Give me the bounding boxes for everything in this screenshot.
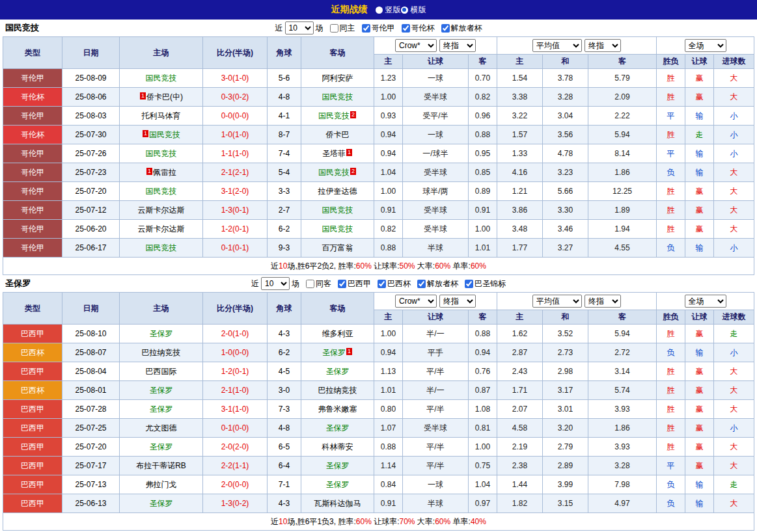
avg-odds-cell: 3.04 [543,107,588,126]
avg-source-select[interactable]: 平均值 [532,295,582,308]
away-team[interactable]: 拉伊奎达德 [301,182,374,201]
odds-time-select[interactable]: 终指 [439,39,476,52]
home-team[interactable]: 1佩雷拉 [120,163,203,182]
away-team[interactable]: 维多利亚 [301,325,374,343]
home-team[interactable]: 布拉干蒂诺RB [120,457,203,475]
home-team[interactable]: 圣保罗 [120,325,203,343]
checkbox-input[interactable] [378,280,386,288]
results-table: 类型日期主场比分(半场)角球客场Crow*终指平均值终指全场主让球客主和客胜负让… [3,36,754,275]
summary-row: 近10场,胜6平1负3, 胜率:60% 让球率:70% 大率:60% 单率:40… [3,513,754,531]
avg-time-select[interactable]: 终指 [585,295,621,308]
away-team[interactable]: 阿利安萨 [301,69,374,88]
match-row: 巴西甲25-08-04巴西国际1-2(0-1)4-5圣保罗1.13平/半0.76… [3,362,754,381]
avg-source-select[interactable]: 平均值 [532,39,582,52]
home-team[interactable]: 云斯卡尔达斯 [120,201,203,220]
checkbox-input[interactable] [402,24,410,33]
checkbox-input[interactable] [362,24,370,33]
filter-checkbox[interactable]: 同主 [330,23,355,34]
odds-time-select[interactable]: 终指 [439,295,476,308]
match-row: 巴西甲25-07-20圣保罗2-0(2-0)6-5科林蒂安0.88平/半1.00… [3,438,754,457]
away-team[interactable]: 圣保罗 [301,457,374,475]
filter-controls: 近10场同主哥伦甲哥伦杯解放者杯 [275,21,482,34]
checkbox-input[interactable] [465,280,473,288]
filter-checkbox[interactable]: 解放者杯 [441,23,482,34]
home-team[interactable]: 国民竞技 [120,182,203,201]
odds-source-select[interactable]: Crow* [395,295,437,308]
summary-text: 60% [471,261,486,271]
home-team[interactable]: 圣保罗 [120,400,203,419]
away-team[interactable]: 国民竞技 [301,88,374,107]
odds-cell: 一球 [403,69,469,88]
checkbox-input[interactable] [338,280,346,288]
away-team[interactable]: 圣保罗 [301,362,374,381]
corner-cell: 3-0 [268,381,301,400]
home-team[interactable]: 国民竞技 [120,144,203,163]
odds-source-select[interactable]: Crow* [395,39,437,52]
team-name-text: 国民竞技 [149,130,180,139]
away-team[interactable]: 弗鲁米嫩塞 [301,400,374,419]
scope-select[interactable]: 全场 [685,295,726,308]
home-team[interactable]: 1国民竞技 [120,126,203,144]
home-team[interactable]: 尤文图德 [120,419,203,438]
away-team[interactable]: 巴拉纳竞技 [301,381,374,400]
odds-cell: 半球 [403,494,469,513]
away-team[interactable]: 圣塔菲1 [301,144,374,163]
layout-radio[interactable]: 竖版 [376,5,401,16]
away-team[interactable]: 百万富翁 [301,239,374,258]
home-team[interactable]: 巴拉纳竞技 [120,343,203,362]
away-team[interactable]: 国民竞技2 [301,163,374,182]
team-name-text: 圣保罗 [326,461,350,470]
filter-checkbox[interactable]: 巴西杯 [378,278,411,289]
scope-select[interactable]: 全场 [685,39,726,52]
away-team[interactable]: 圣保罗1 [301,343,374,362]
league-cell: 哥伦甲 [3,182,62,201]
match-count-select[interactable]: 10 [285,21,314,34]
checkbox-input[interactable] [330,24,338,33]
odds-cell: 0.70 [469,69,497,88]
away-team[interactable]: 国民竞技 [301,201,374,220]
home-team[interactable]: 托利马体育 [120,107,203,126]
match-count-select[interactable]: 10 [261,277,290,290]
home-team[interactable]: 圣保罗 [120,438,203,457]
away-team[interactable]: 圣保罗 [301,475,374,494]
result-cell: 负 [657,494,685,513]
layout-radio[interactable]: 横版 [401,5,426,16]
filter-checkbox[interactable]: 哥伦杯 [402,23,435,34]
filter-checkbox[interactable]: 同客 [306,278,331,289]
checkbox-input[interactable] [306,280,314,288]
summary-text: 单率: [450,261,471,271]
home-team[interactable]: 圣保罗 [120,381,203,400]
avg-time-select[interactable]: 终指 [585,39,621,52]
away-team[interactable]: 国民竞技 [301,220,374,239]
avg-odds-cell: 3.52 [543,325,588,343]
avg-odds-cell: 4.55 [588,239,657,258]
home-team[interactable]: 云斯卡尔达斯 [120,220,203,239]
filter-checkbox[interactable]: 哥伦甲 [362,23,395,34]
radio-label-text: 横版 [411,5,426,16]
home-team[interactable]: 国民竞技 [120,239,203,258]
checkbox-input[interactable] [417,280,426,288]
home-team[interactable]: 巴西国际 [120,362,203,381]
filter-checkbox[interactable]: 解放者杯 [417,278,458,289]
result-cell: 胜 [657,220,685,239]
filter-checkbox[interactable]: 巴圣锦标 [465,278,506,289]
away-team[interactable]: 科林蒂安 [301,438,374,457]
away-team[interactable]: 侨卡巴 [301,126,374,144]
home-team[interactable]: 弗拉门戈 [120,475,203,494]
odds-cell: 球半/两 [403,182,469,201]
odds-cell: 1.00 [469,438,497,457]
away-team[interactable]: 瓦斯科达伽马 [301,494,374,513]
checkbox-input[interactable] [441,24,450,33]
filter-checkbox[interactable]: 巴西甲 [338,278,371,289]
home-team[interactable]: 1侨卡巴(中) [120,88,203,107]
away-team[interactable]: 圣保罗 [301,419,374,438]
home-team[interactable]: 圣保罗 [120,494,203,513]
away-team[interactable]: 国民竞技2 [301,107,374,126]
score-cell: 1-3(0-2) [203,494,268,513]
sub-column-header: 主 [497,55,543,69]
home-team[interactable]: 国民竞技 [120,69,203,88]
score-cell: 0-1(0-0) [203,419,268,438]
column-header: 客场 [301,37,374,69]
avg-odds-cell: 1.86 [588,163,657,182]
results-table: 类型日期主场比分(半场)角球客场Crow*终指平均值终指全场主让球客主和客胜负让… [3,292,754,531]
